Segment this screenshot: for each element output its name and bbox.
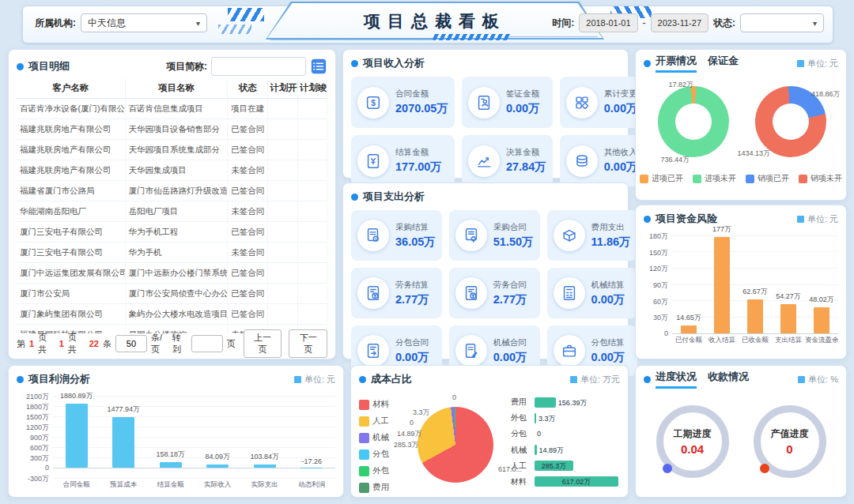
page-size-input[interactable] [115,335,147,352]
legend-item[interactable]: 材料 [359,399,406,410]
table-cell: 已签合同 [228,140,268,160]
project-search-input[interactable] [211,57,306,76]
table-row[interactable]: 厦门中远运集团发展有限公司厦门中远新办公楼门禁系统已签合同 [17,263,327,284]
bar-value-label: -17.26 [289,457,336,465]
bar-value-label: 62.67万 [739,287,772,297]
panel-title-income: 项目收入分析 [351,55,620,72]
legend-item[interactable]: 外包 [359,465,406,476]
title-dot-icon [17,376,24,383]
table-row[interactable]: 福建兆联房地产有限公司天华园项目系统集成部分已签合同 [17,140,327,160]
table-cell: 百诺肯净水设备(厦门)有限公司 [17,99,126,118]
gauge-value: 0 [786,442,792,456]
column-header: 计划开始 [268,78,297,98]
profit-analysis-panel: 项目利润分析 单位: 元 -300万0300万600万900万1200万1500… [8,365,344,498]
metric-card: 结算金额177.00万 [351,135,455,186]
table-row[interactable]: 福建兆联房地产有限公司天华园项目设备销售部分已签合同 [17,119,327,140]
goto-page-input[interactable] [191,335,223,352]
table-cell: 未签合同 [228,160,268,180]
status-select[interactable]: ▾ [740,13,824,32]
metric-label: 决算金额 [506,147,546,158]
unit-label: 单位: % [798,374,838,386]
panel-title-cost: 成本占比 单位: 万元 [359,370,620,388]
cost-row-value: 156.39万 [558,398,588,408]
donut-value-label: 418.86万 [811,89,841,100]
metric-label: 采购合同 [493,222,534,233]
table-row[interactable]: 福建省厦门市公路局厦门市仙岳路路灯升级改造项目已签合同 [17,181,327,201]
table-cell: 未签合同 [228,201,268,221]
bar-column: -17.26 [289,396,336,478]
cost-bar-track: 0 [535,429,620,439]
table-cell [298,243,327,262]
legend-swatch [359,416,369,427]
table-row[interactable]: 福建兆联房地产有限公司天华园集成项目未签合同 [17,160,327,181]
metric-value: 2.77万 [493,292,527,307]
legend-item[interactable]: 人工 [359,416,406,427]
table-row[interactable]: 百诺肯净水设备(厦门)有限公司百诺肯信息集成项目项目在建 [17,99,327,119]
table-cell: 华为手机工程 [126,222,229,242]
box-icon [554,220,585,251]
table-row[interactable]: 厦门三安电子有限公司华为手机工程已签合同 [17,222,327,243]
metric-text: 决算金额27.84万 [506,147,546,175]
list-icon[interactable] [310,58,327,75]
cost-bar-track: 14.89万 [535,445,620,455]
tab-collection[interactable]: 收款情况 [708,370,749,389]
bar-value-label: 54.27万 [772,291,805,302]
donut-ring [658,86,729,157]
legend-item[interactable]: 销项已开 [746,173,789,184]
pager-current-page: 1 [29,339,34,348]
table-cell [268,119,297,139]
table-row[interactable]: 厦门市公安局厦门市公安局侦查中心办公设...已签合同 [17,284,327,304]
next-page-button[interactable]: 下一页 [289,329,327,358]
table-cell: 厦门中远运集团发展有限公司 [17,263,126,283]
pie-slice-label: 14.89万 [397,429,422,439]
table-row[interactable]: 厦门象屿集团有限公司象屿办公大楼水电改造项目已签合同 [17,304,327,325]
category-label: 资金流盈余 [805,336,838,345]
cost-bar-list: 费用156.39万外包3.3万分包0机械14.89万人工285.3万材料617.… [503,393,620,493]
svg-text:$: $ [371,99,376,107]
cost-row: 费用156.39万 [511,396,620,408]
table-cell: 厦门象屿集团有限公司 [17,304,126,324]
legend-item[interactable]: 销项未开 [799,173,842,184]
table-cell: 已签合同 [228,304,268,324]
legend-item[interactable]: 进项已开 [640,173,683,184]
pager-total-pages: 1 [59,339,64,348]
output-progress-gauge: 产值进度 0 [754,405,826,478]
table-cell: 厦门市公安局 [17,284,126,303]
title-dot-icon [17,63,24,70]
table-row[interactable]: 华能湖南岳阳电厂岳阳电厂项目未签合同 [17,201,327,222]
prev-page-button[interactable]: 上一页 [244,329,282,358]
table-cell: 岳阳电厂项目 [126,201,229,221]
category-label: 已付金额 [672,336,705,345]
income-analysis-panel: 项目收入分析 $合同金额2070.05万签证金额0.00万累计变更0.00万结算… [342,49,629,179]
cost-bar [535,413,536,423]
banner-dash-decoration [432,34,511,40]
metric-value: 27.84万 [506,160,546,175]
table-cell [298,304,327,324]
end-date-input[interactable]: 2023-11-27 [651,13,709,32]
legend-item[interactable]: 分包 [359,449,406,460]
org-select[interactable]: 中天信息 ▾ [81,13,207,32]
plot-area: 14.65万177万62.67万54.27万48.02万已付金额收入结算已收金额… [672,235,838,345]
table-cell: 华为手机 [126,243,229,262]
metric-text: 机械结算0.00万 [591,280,625,307]
tab-progress[interactable]: 进度状况 [656,370,697,389]
legend-item[interactable]: 进项未开 [693,173,736,184]
bar-columns: 1880.89万1477.94万158.18万84.09万103.84万-17.… [53,396,335,478]
tab-deposit[interactable]: 保证金 [708,54,739,73]
bar-value-label: 48.02万 [805,295,838,305]
chevron-down-icon: ▾ [813,19,817,28]
table-row[interactable]: 厦门三安电子有限公司华为手机未签合同 [17,243,327,263]
bar [160,462,182,468]
category-label: 预算成本 [100,480,148,490]
bar [254,465,276,468]
plot: 1880.89万1477.94万158.18万84.09万103.84万-17.… [53,396,335,478]
metric-label: 采购结算 [395,222,436,233]
tab-invoicing[interactable]: 开票情况 [656,54,697,73]
column-header: 客户名称 [17,78,126,98]
category-label: 已收金额 [739,336,772,345]
legend-item[interactable]: 费用 [359,482,406,493]
y-tick-label: 180万 [649,231,668,242]
y-tick-label: 90万 [653,280,668,291]
start-date-input[interactable]: 2018-01-01 [579,13,637,32]
metric-value: 2.77万 [395,292,429,307]
